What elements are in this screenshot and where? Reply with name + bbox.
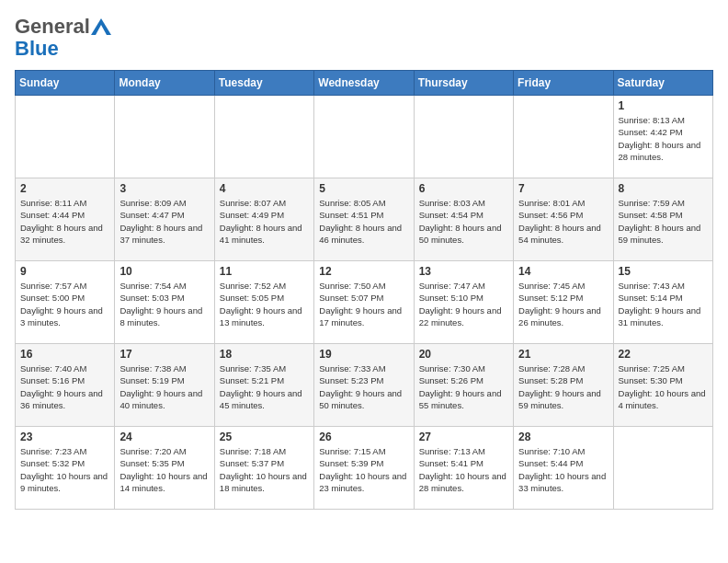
day-info: Sunrise: 7:23 AM Sunset: 5:32 PM Dayligh… <box>20 445 109 494</box>
logo: General Blue <box>15 15 112 59</box>
calendar-cell: 18Sunrise: 7:35 AM Sunset: 5:21 PM Dayli… <box>214 344 313 427</box>
day-info: Sunrise: 8:07 AM Sunset: 4:49 PM Dayligh… <box>220 197 309 246</box>
day-info: Sunrise: 8:05 AM Sunset: 4:51 PM Dayligh… <box>319 197 408 246</box>
header-thursday: Thursday <box>414 71 513 96</box>
calendar-cell: 12Sunrise: 7:50 AM Sunset: 5:07 PM Dayli… <box>314 261 414 344</box>
day-info: Sunrise: 7:57 AM Sunset: 5:00 PM Dayligh… <box>20 280 109 328</box>
calendar-cell <box>414 96 513 178</box>
day-info: Sunrise: 8:11 AM Sunset: 4:44 PM Dayligh… <box>20 197 109 246</box>
calendar-cell: 15Sunrise: 7:43 AM Sunset: 5:14 PM Dayli… <box>613 261 712 344</box>
calendar-cell: 17Sunrise: 7:38 AM Sunset: 5:19 PM Dayli… <box>115 344 214 427</box>
day-number: 22 <box>619 348 708 361</box>
calendar-cell <box>16 96 115 178</box>
day-info: Sunrise: 7:59 AM Sunset: 4:58 PM Dayligh… <box>619 197 708 246</box>
week-row-5: 23Sunrise: 7:23 AM Sunset: 5:32 PM Dayli… <box>16 427 713 510</box>
calendar-cell: 2Sunrise: 8:11 AM Sunset: 4:44 PM Daylig… <box>16 178 115 261</box>
calendar-cell: 27Sunrise: 7:13 AM Sunset: 5:41 PM Dayli… <box>414 427 513 510</box>
day-info: Sunrise: 7:20 AM Sunset: 5:35 PM Dayligh… <box>119 445 209 494</box>
day-number: 2 <box>20 182 109 195</box>
calendar-cell: 28Sunrise: 7:10 AM Sunset: 5:44 PM Dayli… <box>514 427 613 510</box>
calendar-cell <box>115 96 214 178</box>
day-number: 18 <box>220 348 309 361</box>
day-number: 14 <box>518 265 608 278</box>
day-info: Sunrise: 7:38 AM Sunset: 5:19 PM Dayligh… <box>119 362 209 411</box>
calendar-cell <box>613 427 712 510</box>
week-row-3: 9Sunrise: 7:57 AM Sunset: 5:00 PM Daylig… <box>16 261 713 344</box>
logo-blue-text: Blue <box>15 39 59 59</box>
calendar-cell: 1Sunrise: 8:13 AM Sunset: 4:42 PM Daylig… <box>613 96 712 178</box>
day-info: Sunrise: 7:30 AM Sunset: 5:26 PM Dayligh… <box>419 362 508 411</box>
day-number: 9 <box>20 265 109 278</box>
calendar-cell: 25Sunrise: 7:18 AM Sunset: 5:37 PM Dayli… <box>214 427 313 510</box>
day-info: Sunrise: 8:13 AM Sunset: 4:42 PM Dayligh… <box>619 114 708 163</box>
calendar-cell: 4Sunrise: 8:07 AM Sunset: 4:49 PM Daylig… <box>214 178 313 261</box>
day-info: Sunrise: 8:01 AM Sunset: 4:56 PM Dayligh… <box>518 197 608 246</box>
calendar-header-row: SundayMondayTuesdayWednesdayThursdayFrid… <box>16 71 713 96</box>
day-number: 28 <box>518 431 608 443</box>
day-info: Sunrise: 8:09 AM Sunset: 4:47 PM Dayligh… <box>119 197 209 246</box>
calendar-cell: 21Sunrise: 7:28 AM Sunset: 5:28 PM Dayli… <box>514 344 613 427</box>
page-header: General Blue <box>15 15 713 59</box>
day-info: Sunrise: 7:47 AM Sunset: 5:10 PM Dayligh… <box>419 280 508 328</box>
day-number: 15 <box>619 265 708 278</box>
logo-general-text: General <box>15 15 90 39</box>
calendar-cell: 10Sunrise: 7:54 AM Sunset: 5:03 PM Dayli… <box>115 261 214 344</box>
day-info: Sunrise: 7:15 AM Sunset: 5:39 PM Dayligh… <box>319 445 408 494</box>
calendar-cell: 22Sunrise: 7:25 AM Sunset: 5:30 PM Dayli… <box>613 344 712 427</box>
day-number: 19 <box>319 348 408 361</box>
calendar-cell <box>314 96 414 178</box>
day-number: 16 <box>20 348 109 361</box>
calendar-cell: 7Sunrise: 8:01 AM Sunset: 4:56 PM Daylig… <box>514 178 613 261</box>
header-monday: Monday <box>115 71 214 96</box>
day-info: Sunrise: 7:45 AM Sunset: 5:12 PM Dayligh… <box>518 280 608 328</box>
calendar-cell: 20Sunrise: 7:30 AM Sunset: 5:26 PM Dayli… <box>414 344 513 427</box>
day-info: Sunrise: 7:52 AM Sunset: 5:05 PM Dayligh… <box>220 280 309 328</box>
calendar-table: SundayMondayTuesdayWednesdayThursdayFrid… <box>15 70 713 510</box>
calendar-cell: 6Sunrise: 8:03 AM Sunset: 4:54 PM Daylig… <box>414 178 513 261</box>
day-number: 24 <box>119 431 209 443</box>
day-number: 7 <box>518 182 608 195</box>
calendar-cell <box>514 96 613 178</box>
week-row-2: 2Sunrise: 8:11 AM Sunset: 4:44 PM Daylig… <box>16 178 713 261</box>
calendar-cell: 8Sunrise: 7:59 AM Sunset: 4:58 PM Daylig… <box>613 178 712 261</box>
day-info: Sunrise: 7:13 AM Sunset: 5:41 PM Dayligh… <box>419 445 508 494</box>
day-number: 6 <box>419 182 508 195</box>
day-number: 4 <box>220 182 309 195</box>
day-number: 21 <box>518 348 608 361</box>
day-info: Sunrise: 7:33 AM Sunset: 5:23 PM Dayligh… <box>319 362 408 411</box>
day-number: 26 <box>319 431 408 443</box>
day-info: Sunrise: 7:10 AM Sunset: 5:44 PM Dayligh… <box>518 445 608 494</box>
day-number: 17 <box>119 348 209 361</box>
calendar-cell: 9Sunrise: 7:57 AM Sunset: 5:00 PM Daylig… <box>16 261 115 344</box>
calendar-cell: 11Sunrise: 7:52 AM Sunset: 5:05 PM Dayli… <box>214 261 313 344</box>
calendar-cell: 5Sunrise: 8:05 AM Sunset: 4:51 PM Daylig… <box>314 178 414 261</box>
calendar-cell: 24Sunrise: 7:20 AM Sunset: 5:35 PM Dayli… <box>115 427 214 510</box>
header-wednesday: Wednesday <box>314 71 414 96</box>
day-number: 27 <box>419 431 508 443</box>
calendar-cell: 14Sunrise: 7:45 AM Sunset: 5:12 PM Dayli… <box>514 261 613 344</box>
day-info: Sunrise: 7:54 AM Sunset: 5:03 PM Dayligh… <box>119 280 209 328</box>
day-number: 1 <box>619 99 708 112</box>
day-number: 25 <box>220 431 309 443</box>
day-info: Sunrise: 7:43 AM Sunset: 5:14 PM Dayligh… <box>619 280 708 328</box>
day-info: Sunrise: 7:18 AM Sunset: 5:37 PM Dayligh… <box>220 445 309 494</box>
day-number: 3 <box>119 182 209 195</box>
day-number: 13 <box>419 265 508 278</box>
calendar-cell: 19Sunrise: 7:33 AM Sunset: 5:23 PM Dayli… <box>314 344 414 427</box>
day-number: 5 <box>319 182 408 195</box>
calendar-cell: 13Sunrise: 7:47 AM Sunset: 5:10 PM Dayli… <box>414 261 513 344</box>
day-number: 10 <box>119 265 209 278</box>
calendar-cell: 23Sunrise: 7:23 AM Sunset: 5:32 PM Dayli… <box>16 427 115 510</box>
calendar-cell <box>214 96 313 178</box>
calendar-cell: 3Sunrise: 8:09 AM Sunset: 4:47 PM Daylig… <box>115 178 214 261</box>
day-info: Sunrise: 7:28 AM Sunset: 5:28 PM Dayligh… <box>518 362 608 411</box>
day-info: Sunrise: 7:50 AM Sunset: 5:07 PM Dayligh… <box>319 280 408 328</box>
day-number: 12 <box>319 265 408 278</box>
day-info: Sunrise: 7:25 AM Sunset: 5:30 PM Dayligh… <box>619 362 708 411</box>
week-row-4: 16Sunrise: 7:40 AM Sunset: 5:16 PM Dayli… <box>16 344 713 427</box>
day-info: Sunrise: 7:35 AM Sunset: 5:21 PM Dayligh… <box>220 362 309 411</box>
header-sunday: Sunday <box>16 71 115 96</box>
day-number: 8 <box>619 182 708 195</box>
day-number: 23 <box>20 431 109 443</box>
logo-icon <box>91 18 111 35</box>
